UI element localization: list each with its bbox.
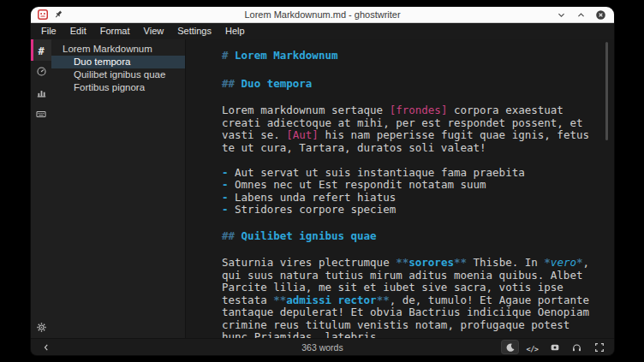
moon-icon xyxy=(505,342,516,353)
editor-line: - Omnes nec ut Est respondit notatam suu… xyxy=(222,179,614,192)
editor-line: tantaque depulerat! Et obvia Bactrius in… xyxy=(222,306,614,319)
chevron-down-icon xyxy=(557,10,566,20)
editor-line: Lorem markdownum sertaque [frondes] corp… xyxy=(222,104,614,117)
fullscreen-icon xyxy=(594,342,605,353)
pin-icon[interactable] xyxy=(53,9,63,20)
editor-line: testata **admissi rector**, de, tumulo! … xyxy=(222,294,614,307)
ghostwriter-window: Lorem Markdownum.md - ghostwriter FileEd… xyxy=(31,7,614,355)
code-icon: </> xyxy=(527,340,539,355)
sidebar-tab-session-statistics[interactable] xyxy=(31,61,51,82)
titlebar: Lorem Markdownum.md - ghostwriter xyxy=(31,7,614,23)
scrollbar[interactable] xyxy=(605,42,608,338)
focus-mode-toggle[interactable] xyxy=(569,341,585,353)
editor-line: hunc Priamidas, latebris. xyxy=(222,331,614,338)
editor-line: - Labens unda refert hiatus xyxy=(222,192,614,205)
dark-mode-toggle[interactable] xyxy=(502,341,518,353)
editor-line: Saturnia vires plectrumque **sorores** T… xyxy=(222,257,614,270)
editor-line: Parcite lilia, me sit et iubet sive sacr… xyxy=(222,282,614,294)
app-icon[interactable] xyxy=(38,9,48,20)
outline-item[interactable]: Lorem Markdownum xyxy=(51,43,185,56)
sidebar-tab-outline[interactable]: # xyxy=(31,39,51,61)
outline-item[interactable]: Fortibus pignora xyxy=(51,81,185,94)
menu-item-help[interactable]: Help xyxy=(218,23,252,39)
headphones-icon xyxy=(571,342,582,353)
sidebar-tab-cheat-sheet[interactable] xyxy=(31,104,51,125)
sidebar-tabstrip: # xyxy=(31,39,51,338)
keyboard-icon xyxy=(35,109,47,120)
typewriter-icon xyxy=(549,342,561,353)
bar-chart-icon xyxy=(36,87,47,98)
editor-line: te ut cura, Tartara, duratos soli valeat… xyxy=(222,142,614,155)
menu-item-settings[interactable]: Settings xyxy=(170,23,218,39)
editor-line: ## Duo tempora xyxy=(222,76,614,92)
editor-line: - Aut servat ut suis instantiaque fama p… xyxy=(222,167,614,180)
close-icon xyxy=(595,9,606,21)
window-title: Lorem Markdownum.md - ghostwriter xyxy=(31,9,614,20)
statusbar: 363 words </> xyxy=(31,338,614,355)
settings-button[interactable] xyxy=(31,316,51,338)
scrollbar-thumb[interactable] xyxy=(605,42,608,140)
html-preview-toggle[interactable]: </> xyxy=(524,341,540,353)
outline-item[interactable]: Duo tempora xyxy=(51,56,185,68)
menu-item-format[interactable]: Format xyxy=(93,23,137,39)
gear-icon xyxy=(36,322,47,333)
editor-line xyxy=(222,217,614,229)
close-button[interactable] xyxy=(594,9,607,21)
editor-line: # Lorem Markdownum xyxy=(222,48,614,64)
chevron-left-icon xyxy=(42,343,51,352)
menubar: FileEditFormatViewSettingsHelp xyxy=(31,23,614,39)
editor-line: ## Quilibet ignibus quae xyxy=(222,228,614,245)
hemingway-mode-toggle[interactable] xyxy=(546,341,563,353)
hash-icon: # xyxy=(38,43,44,58)
menu-item-edit[interactable]: Edit xyxy=(63,23,93,39)
editor-line: creati adiectoque at mihi, per est respo… xyxy=(222,117,614,130)
fullscreen-toggle[interactable] xyxy=(591,341,607,353)
menu-item-view[interactable]: View xyxy=(137,23,171,39)
minimize-button[interactable] xyxy=(555,9,568,21)
hide-sidebar-button[interactable] xyxy=(38,341,54,353)
editor-line: qui suus natura tutius mirum aditus moen… xyxy=(222,270,614,282)
active-tab-accent xyxy=(31,39,33,61)
gauge-icon xyxy=(36,66,47,77)
editor-line xyxy=(222,154,614,167)
editor-line: vasti se. [Aut] his nam peperisse fugit … xyxy=(222,129,614,142)
sidebar-tab-document-statistics[interactable] xyxy=(31,82,51,104)
editor-line: - Stridores corpore speciem xyxy=(222,204,614,217)
editor[interactable]: # Lorem Markdownum## Duo temporaLorem ma… xyxy=(186,39,614,338)
menu-item-file[interactable]: File xyxy=(34,23,63,39)
editor-line xyxy=(222,64,614,77)
editor-line xyxy=(222,92,614,105)
editor-line xyxy=(222,245,614,258)
chevron-up-icon xyxy=(576,10,586,20)
outline-panel: Lorem MarkdownumDuo temporaQuilibet igni… xyxy=(51,39,186,338)
editor-line: crimine reus titulum venistis notam, pro… xyxy=(222,319,614,332)
maximize-button[interactable] xyxy=(575,9,587,21)
outline-item[interactable]: Quilibet ignibus quae xyxy=(51,68,185,81)
desktop-background: Lorem Markdownum.md - ghostwriter FileEd… xyxy=(0,0,644,362)
